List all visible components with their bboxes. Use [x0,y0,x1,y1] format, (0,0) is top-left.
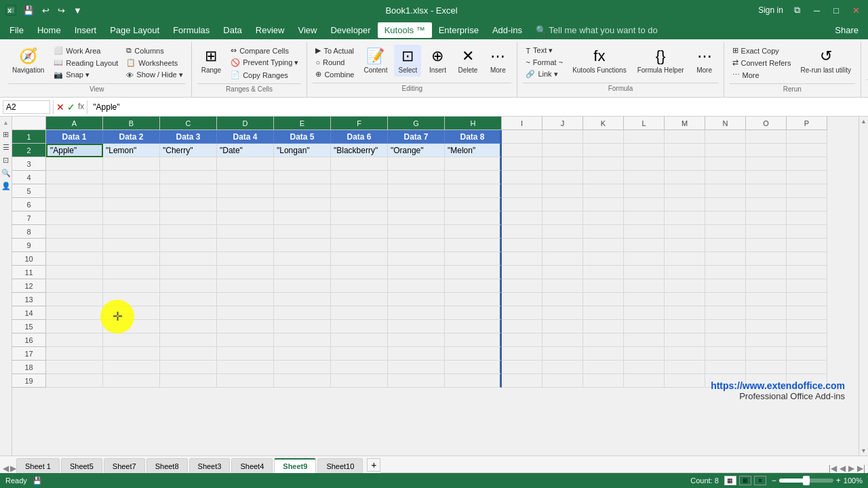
cell-E4[interactable] [274,171,331,184]
cell-F10[interactable] [331,252,388,266]
col-header-H[interactable]: H [445,117,502,130]
cell-K8[interactable] [583,225,624,239]
col-header-O[interactable]: O [746,117,787,130]
cell-D18[interactable] [217,361,274,374]
cell-N5[interactable] [705,184,746,198]
col-header-F[interactable]: F [331,117,388,130]
cell-M19[interactable] [665,374,705,388]
show-hide-button[interactable]: 👁 Show / Hide ▾ [123,69,185,81]
cell-H1[interactable]: Data 8 [445,130,502,144]
cell-F14[interactable] [331,306,388,320]
cell-D6[interactable] [217,198,274,211]
cell-A2[interactable]: "Apple" [46,144,103,157]
cell-G2[interactable]: "Orange" [388,144,445,157]
cell-J9[interactable] [542,239,583,252]
row-num-18[interactable]: 18 [12,361,46,374]
cell-A3[interactable] [46,157,103,171]
snap-button[interactable]: 📷 Snap ▾ [51,69,121,81]
cell-A10[interactable] [46,252,103,266]
cell-H2[interactable]: "Melon" [445,144,502,157]
cell-I3[interactable] [502,157,542,171]
cell-M9[interactable] [665,239,705,252]
page-break-view-button[interactable]: ≡ [754,476,766,485]
redo-button[interactable]: ↪ [55,4,68,17]
cell-C2[interactable]: "Cherry" [160,144,217,157]
cell-H17[interactable] [445,347,502,361]
cell-F5[interactable] [331,184,388,198]
cell-N8[interactable] [705,225,746,239]
sheet-tab-sheet1[interactable]: Sheet 1 [16,458,60,473]
cell-K2[interactable] [583,144,624,157]
sidebar-nav-icon-1[interactable]: ⊞ [3,130,9,139]
cell-M16[interactable] [665,333,705,347]
cell-E11[interactable] [274,266,331,279]
cell-E9[interactable] [274,239,331,252]
cell-J7[interactable] [542,211,583,225]
cell-G9[interactable] [388,239,445,252]
row-num-4[interactable]: 4 [12,171,46,184]
cell-G6[interactable] [388,198,445,211]
cell-O3[interactable] [746,157,787,171]
cell-K9[interactable] [583,239,624,252]
zoom-out-button[interactable]: − [772,476,776,485]
exact-copy-button[interactable]: ⊞ Exact Copy [730,45,794,56]
cell-F19[interactable] [331,374,388,388]
scroll-down-arrow[interactable]: ▼ [861,447,867,454]
cell-F13[interactable] [331,293,388,306]
combine-button[interactable]: ⊕ Combine [313,68,357,80]
row-num-5[interactable]: 5 [12,184,46,198]
cell-E3[interactable] [274,157,331,171]
cell-L5[interactable] [624,184,665,198]
cell-P4[interactable] [787,171,827,184]
cell-B18[interactable] [103,361,160,374]
maximize-button[interactable]: □ [831,4,842,17]
cell-J16[interactable] [542,333,583,347]
cell-G4[interactable] [388,171,445,184]
col-header-B[interactable]: B [103,117,160,130]
cell-M4[interactable] [665,171,705,184]
add-sheet-button[interactable]: + [367,458,380,472]
to-actual-button[interactable]: ▶ To Actual [313,45,357,56]
cell-F9[interactable] [331,239,388,252]
menu-home[interactable]: Home [31,22,68,38]
cell-D15[interactable] [217,320,274,333]
cell-I14[interactable] [502,306,542,320]
cell-P14[interactable] [787,306,827,320]
cell-C19[interactable] [160,374,217,388]
cell-E1[interactable]: Data 5 [274,130,331,144]
cell-E16[interactable] [274,333,331,347]
cell-L4[interactable] [624,171,665,184]
compare-cells-button[interactable]: ⇔ Compare Cells [228,45,301,56]
sheet-nav-first[interactable]: |◀ [829,464,837,473]
cell-K19[interactable] [583,374,624,388]
format-button[interactable]: ~ Format ~ [523,57,566,68]
cell-O6[interactable] [746,198,787,211]
cell-E13[interactable] [274,293,331,306]
row-num-7[interactable]: 7 [12,211,46,225]
cell-M10[interactable] [665,252,705,266]
cell-G18[interactable] [388,361,445,374]
cell-I9[interactable] [502,239,542,252]
row-num-19[interactable]: 19 [12,374,46,388]
zoom-in-button[interactable]: + [836,476,841,485]
cell-P1[interactable] [787,130,827,144]
cell-N2[interactable] [705,144,746,157]
cell-J15[interactable] [542,320,583,333]
normal-view-button[interactable]: ▦ [724,476,736,485]
zoom-slider-thumb[interactable] [803,476,810,485]
cell-I12[interactable] [502,279,542,293]
menu-file[interactable]: File [3,22,31,38]
cell-B4[interactable] [103,171,160,184]
cell-A7[interactable] [46,211,103,225]
cell-M3[interactable] [665,157,705,171]
cell-N17[interactable] [705,347,746,361]
cell-O5[interactable] [746,184,787,198]
sheet-tab-sheet5[interactable]: Sheet5 [61,458,102,473]
cell-P7[interactable] [787,211,827,225]
cell-C3[interactable] [160,157,217,171]
cell-N4[interactable] [705,171,746,184]
cell-K12[interactable] [583,279,624,293]
cell-O7[interactable] [746,211,787,225]
cell-H14[interactable] [445,306,502,320]
cell-L19[interactable] [624,374,665,388]
